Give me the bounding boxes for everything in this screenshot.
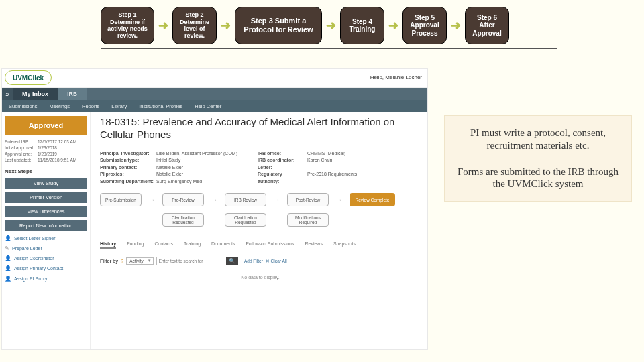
subtab-submissions[interactable]: Submissions — [9, 103, 38, 109]
subtab-institutional-profiles[interactable]: Institutional Profiles — [139, 103, 182, 109]
add-filter-link[interactable]: + Add Filter — [241, 259, 263, 263]
main-panel: 18-0315: Prevalence and Accuracy of Medi… — [91, 112, 427, 349]
app-header: UVMClick Hello, Melanie Locher — [2, 69, 427, 88]
process-steps: Step 1 Determine if activity needs revie… — [0, 0, 644, 48]
workflow-diagram: Pre-Submission → Pre-Review Clarificatio… — [100, 193, 421, 237]
arrow-icon: ➜ — [325, 18, 337, 33]
view-differences-button[interactable]: View Differences — [5, 206, 87, 217]
next-steps-header: Next Steps — [5, 168, 87, 174]
tab-irb[interactable]: IRB — [58, 88, 87, 100]
search-button[interactable]: 🔍 — [226, 257, 238, 265]
printer-version-button[interactable]: Printer Version — [5, 192, 87, 203]
subtab-meetings[interactable]: Meetings — [50, 103, 70, 109]
chevron-right-icon[interactable]: » — [2, 88, 13, 100]
tab-follow-on[interactable]: Follow-on Submissions — [246, 241, 294, 249]
filter-field-select[interactable]: Activity — [126, 257, 154, 265]
arrow-icon: ➜ — [157, 18, 170, 33]
wf-irb-review[interactable]: IRB Review — [225, 193, 266, 206]
tab-my-inbox[interactable]: My Inbox — [13, 88, 58, 100]
tab-training[interactable]: Training — [184, 241, 201, 249]
study-metadata: Entered IRB:12/5/2017 12:03 AM Initial a… — [5, 139, 87, 163]
filter-search-input[interactable] — [156, 257, 223, 265]
select-letter-signer-link[interactable]: 👤Select Letter Signer — [5, 235, 87, 241]
user-icon: 👤 — [5, 265, 11, 272]
clear-all-link[interactable]: ✕ Clear All — [266, 259, 287, 264]
sub-navigation: Submissions Meetings Reports Library Ins… — [2, 100, 427, 112]
tab-snapshots[interactable]: Snapshots — [333, 241, 356, 249]
tab-history[interactable]: History — [100, 241, 116, 249]
tab-more[interactable]: ... — [366, 241, 370, 249]
tab-contacts[interactable]: Contacts — [154, 241, 173, 249]
assign-primary-contact-link[interactable]: 👤Assign Primary Contact — [5, 265, 87, 272]
user-icon: 👤 — [5, 235, 11, 241]
step-3: Step 3 Submit a Protocol for Review — [235, 7, 322, 44]
arrow-icon: → — [273, 196, 280, 204]
step-1: Step 1 Determine if activity needs revie… — [101, 7, 154, 44]
arrow-icon: → — [335, 196, 343, 204]
wf-review-complete[interactable]: Review Complete — [350, 193, 395, 206]
step-5: Step 5 Approval Process — [402, 7, 447, 44]
user-icon: 👤 — [5, 276, 11, 282]
subtab-reports[interactable]: Reports — [82, 103, 99, 109]
wf-modifications[interactable]: Modifications Required — [287, 213, 329, 227]
tab-funding[interactable]: Funding — [127, 241, 144, 249]
report-new-information-button[interactable]: Report New Information — [5, 220, 87, 231]
arrow-icon: ➜ — [387, 18, 400, 33]
wf-clarification-1[interactable]: Clarification Requested — [162, 213, 204, 227]
study-tabs: History Funding Contacts Training Docume… — [100, 241, 421, 251]
arrow-icon: ➜ — [219, 18, 232, 33]
step-2: Step 2 Determine level of review. — [172, 7, 217, 44]
step-4: Step 4 Training — [340, 7, 384, 44]
info-panel: PI must write a protocol, consent, recru… — [444, 115, 632, 202]
no-data-message: No data to display. — [100, 275, 421, 280]
wf-clarification-2[interactable]: Clarification Requested — [225, 213, 266, 227]
step-6: Step 6 After Approval — [465, 7, 509, 44]
wf-pre-submission[interactable]: Pre-Submission — [100, 193, 142, 206]
user-icon: 👤 — [5, 255, 11, 261]
uvmclick-logo[interactable]: UVMClick — [5, 70, 52, 85]
divider — [101, 48, 557, 50]
subtab-help-center[interactable]: Help Center — [195, 103, 221, 109]
view-study-button[interactable]: View Study — [5, 178, 87, 189]
tab-reviews[interactable]: Reviews — [305, 241, 322, 249]
study-details: Principal investigator:Lise Bilden, Assi… — [100, 147, 421, 186]
wf-pre-review[interactable]: Pre-Review — [162, 193, 204, 206]
arrow-icon: → — [211, 196, 218, 204]
assign-pi-proxy-link[interactable]: 👤Assign PI Proxy — [5, 276, 87, 282]
tab-documents[interactable]: Documents — [211, 241, 235, 249]
uvmclick-app: UVMClick Hello, Melanie Locher » My Inbo… — [1, 68, 428, 350]
info-text-1: PI must write a protocol, consent, recru… — [453, 127, 623, 152]
filter-label: Filter by — [100, 259, 118, 263]
status-badge: Approved — [5, 116, 87, 135]
welcome-text: Hello, Melanie Locher — [370, 74, 422, 80]
wf-post-review[interactable]: Post-Review — [287, 193, 329, 206]
study-title: 18-0315: Prevalence and Accuracy of Medi… — [100, 116, 421, 141]
filter-row: Filter by ? Activity 🔍 + Add Filter ✕ Cl… — [100, 257, 421, 265]
assign-coordinator-link[interactable]: 👤Assign Coordinator — [5, 255, 87, 261]
info-text-2: Forms are submitted to the IRB through t… — [453, 166, 623, 191]
left-panel: Approved Entered IRB:12/5/2017 12:03 AM … — [2, 112, 91, 349]
help-icon[interactable]: ? — [121, 259, 123, 263]
top-navigation: » My Inbox IRB — [2, 88, 427, 100]
subtab-library[interactable]: Library — [111, 103, 127, 109]
arrow-icon: ➜ — [449, 18, 462, 33]
edit-icon: ✎ — [5, 245, 9, 251]
arrow-icon: → — [148, 196, 156, 204]
prepare-letter-link[interactable]: ✎Prepare Letter — [5, 245, 87, 251]
